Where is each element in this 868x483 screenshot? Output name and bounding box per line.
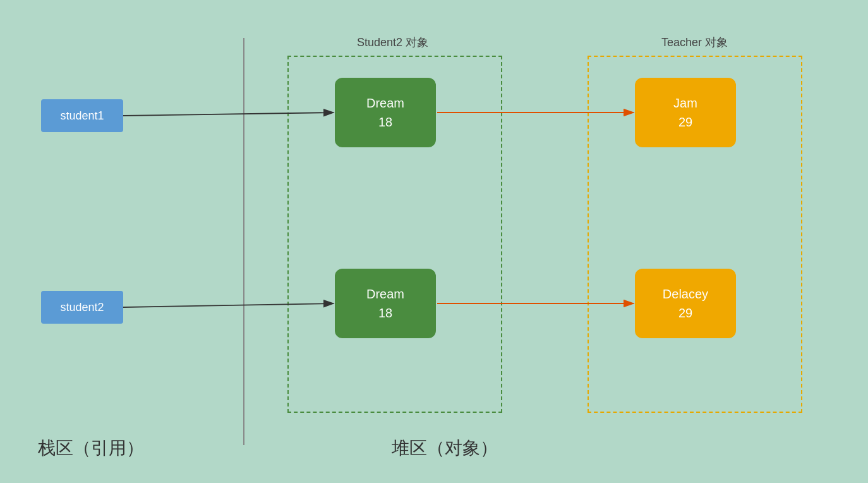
student2-box: student2 bbox=[41, 291, 123, 324]
heap-zone-label: 堆区（对象） bbox=[392, 436, 498, 460]
dream2-box: Dream 18 bbox=[335, 269, 436, 338]
canvas: 栈区（引用） 堆区（对象） Student2 对象 Teacher 对象 stu… bbox=[0, 0, 868, 483]
student1-box: student1 bbox=[41, 99, 123, 132]
student2-container-label: Student2 对象 bbox=[357, 35, 428, 50]
stack-zone-label: 栈区（引用） bbox=[38, 436, 144, 460]
teacher1-box: Jam 29 bbox=[635, 78, 736, 147]
divider-line bbox=[243, 38, 244, 445]
dream1-box: Dream 18 bbox=[335, 78, 436, 147]
teacher-container-label: Teacher 对象 bbox=[661, 35, 728, 50]
teacher2-box: Delacey 29 bbox=[635, 269, 736, 338]
